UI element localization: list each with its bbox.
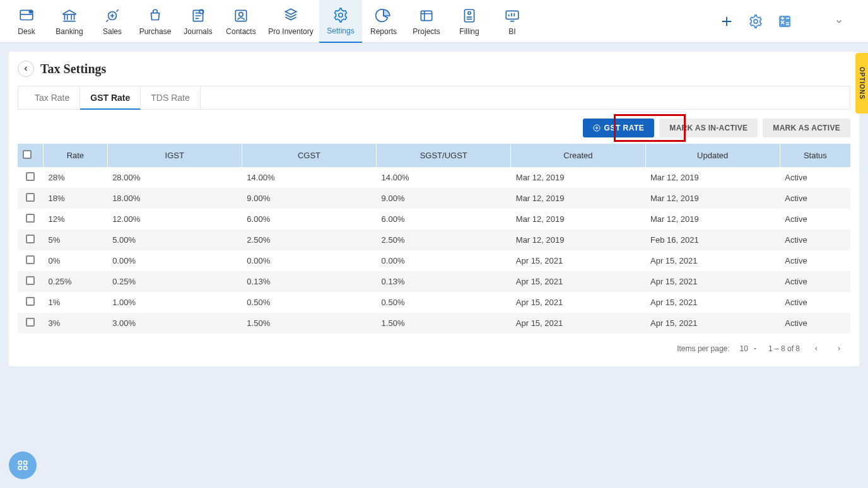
cell-updated: Apr 15, 2021 — [645, 313, 780, 334]
status-link[interactable]: Active — [780, 313, 850, 334]
next-page-button[interactable] — [833, 342, 845, 355]
gear-icon[interactable] — [747, 13, 765, 30]
col-sgst[interactable]: SGST/UGST — [377, 144, 511, 167]
rate-link[interactable]: 5% — [44, 229, 108, 250]
svg-point-1 — [29, 10, 32, 13]
nav-label: Desk — [18, 27, 35, 36]
svg-point-6 — [239, 12, 243, 16]
journals-icon — [189, 7, 207, 25]
gst-rate-table: Rate IGST CGST SGST/UGST Created Updated… — [18, 144, 850, 334]
rate-link[interactable]: 0% — [44, 250, 108, 271]
grid-icon — [16, 459, 29, 472]
col-cgst[interactable]: CGST — [242, 144, 376, 167]
cell-created: Mar 12, 2019 — [511, 167, 645, 188]
prev-page-button[interactable] — [810, 342, 823, 355]
col-igst[interactable]: IGST — [107, 144, 242, 167]
table-row: 0.25% 0.25% 0.13% 0.13% Apr 15, 2021 Apr… — [18, 271, 850, 292]
rate-link[interactable]: 0.25% — [44, 271, 108, 292]
nav-desk[interactable]: Desk — [5, 0, 48, 43]
per-page-value: 10 — [740, 344, 748, 353]
nav-label: Sales — [103, 27, 122, 36]
cell-updated: Apr 15, 2021 — [645, 292, 780, 313]
add-icon[interactable] — [718, 13, 736, 30]
row-checkbox[interactable] — [26, 318, 35, 327]
status-link[interactable]: Active — [780, 229, 850, 250]
cell-cgst: 9.00% — [242, 188, 376, 209]
row-checkbox-cell — [18, 271, 44, 292]
nav-journals[interactable]: Journals — [177, 0, 220, 43]
nav-purchase[interactable]: Purchase — [134, 0, 177, 43]
rate-link[interactable]: 1% — [44, 292, 108, 313]
nav-projects[interactable]: Projects — [405, 0, 448, 43]
row-checkbox[interactable] — [26, 193, 35, 202]
nav-reports[interactable]: Reports — [362, 0, 405, 43]
options-side-tab[interactable]: OPTIONS — [855, 53, 868, 113]
row-checkbox[interactable] — [26, 255, 35, 264]
col-created[interactable]: Created — [511, 144, 645, 167]
status-link[interactable]: Active — [780, 292, 850, 313]
back-button[interactable] — [18, 61, 34, 77]
cell-igst: 3.00% — [107, 313, 242, 334]
sales-icon — [103, 7, 121, 25]
cell-sgst: 2.50% — [377, 229, 511, 250]
svg-point-12 — [754, 20, 758, 23]
row-checkbox-cell — [18, 313, 44, 334]
status-link[interactable]: Active — [780, 209, 850, 229]
col-status[interactable]: Status — [780, 144, 850, 167]
rate-link[interactable]: 18% — [44, 188, 108, 209]
nav-contacts[interactable]: Contacts — [220, 0, 262, 43]
cell-cgst: 2.50% — [242, 229, 376, 250]
cell-igst: 18.00% — [107, 188, 242, 209]
cell-cgst: 6.00% — [242, 209, 376, 229]
rate-link[interactable]: 3% — [44, 313, 108, 334]
row-checkbox[interactable] — [26, 214, 35, 223]
col-rate[interactable]: Rate — [44, 144, 108, 167]
cell-updated: Feb 16, 2021 — [645, 229, 780, 250]
col-updated[interactable]: Updated — [645, 144, 780, 167]
nav-filling[interactable]: Filling — [448, 0, 491, 43]
top-navigation: Desk Banking Sales Purchase Journals Con… — [0, 0, 868, 43]
nav-label: Pro Inventory — [268, 27, 313, 36]
nav-bi[interactable]: BI — [491, 0, 534, 43]
cell-sgst: 6.00% — [377, 209, 511, 229]
floating-apps-button[interactable] — [9, 451, 37, 479]
mark-active-button[interactable]: MARK AS ACTIVE — [763, 119, 850, 137]
cell-sgst: 0.13% — [377, 271, 511, 292]
nav-label: Filling — [459, 27, 479, 36]
nav-banking[interactable]: Banking — [48, 0, 91, 43]
bi-icon — [503, 7, 521, 25]
chevron-down-icon[interactable] — [830, 13, 848, 30]
rate-link[interactable]: 12% — [44, 209, 108, 229]
status-link[interactable]: Active — [780, 167, 850, 188]
nav-sales[interactable]: Sales — [91, 0, 134, 43]
rate-link[interactable]: 28% — [44, 167, 108, 188]
row-checkbox[interactable] — [26, 235, 35, 243]
tab-tax-rate[interactable]: Tax Rate — [25, 86, 80, 110]
nav-pro-inventory[interactable]: Pro Inventory — [262, 0, 319, 43]
main-content: Tax Settings Tax Rate GST Rate TDS Rate … — [9, 52, 859, 366]
select-all-checkbox[interactable] — [23, 150, 32, 159]
row-checkbox[interactable] — [26, 172, 35, 181]
per-page-label: Items per page: — [677, 344, 729, 353]
add-gst-rate-button[interactable]: GST RATE — [583, 119, 655, 137]
status-link[interactable]: Active — [780, 250, 850, 271]
cell-cgst: 0.13% — [242, 271, 376, 292]
status-link[interactable]: Active — [780, 188, 850, 209]
tab-tds-rate[interactable]: TDS Rate — [141, 86, 200, 110]
per-page-select[interactable]: 10 — [740, 344, 758, 353]
calculator-icon[interactable] — [776, 13, 794, 30]
status-link[interactable]: Active — [780, 271, 850, 292]
nav-label: Purchase — [139, 27, 172, 36]
row-checkbox[interactable] — [26, 276, 35, 285]
dropdown-icon — [752, 346, 758, 352]
cell-created: Apr 15, 2021 — [511, 271, 645, 292]
tab-gst-rate[interactable]: GST Rate — [80, 86, 141, 110]
row-checkbox[interactable] — [26, 297, 35, 306]
cell-sgst: 9.00% — [377, 188, 511, 209]
nav-settings[interactable]: Settings — [319, 0, 362, 43]
nav-label: Journals — [184, 27, 212, 36]
row-checkbox-cell — [18, 292, 44, 313]
table-row: 1% 1.00% 0.50% 0.50% Apr 15, 2021 Apr 15… — [18, 292, 850, 313]
cell-igst: 28.00% — [107, 167, 242, 188]
mark-inactive-button[interactable]: MARK AS IN-ACTIVE — [659, 119, 758, 137]
